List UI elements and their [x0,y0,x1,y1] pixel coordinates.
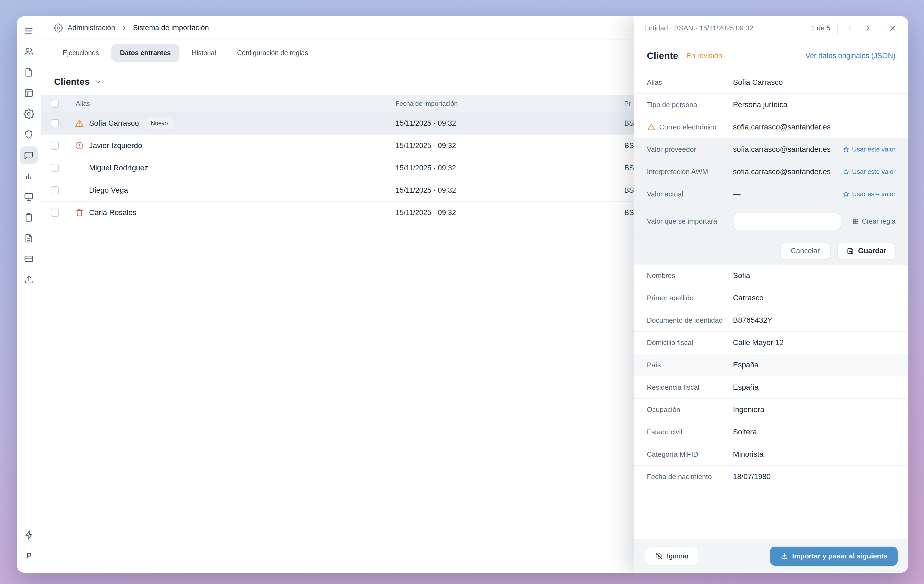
field-row: Fecha de nacimiento 18/07/1980 [634,465,908,488]
field-row: Ocupación Ingeniera [634,399,908,421]
prev-button[interactable] [845,23,855,34]
sidebar-layout-button[interactable] [20,84,38,102]
field-row: Correo electrónico sofia.carrasco@santan… [634,116,908,139]
next-button[interactable] [862,23,873,34]
chevron-left-icon [845,24,855,33]
field-row: Categoría MiFID Minorista [634,443,908,465]
breadcrumb-section[interactable]: Administración [68,24,115,32]
gear-icon [54,23,63,33]
field-value: Persona jurídica [733,101,896,109]
field-value: Sofia Carrasco [733,78,896,87]
field-label: País [647,361,733,369]
close-button[interactable] [888,23,898,34]
credit-card-icon [23,254,34,264]
field-value: España [733,383,896,392]
field-label: Valor que se importará [647,217,733,226]
use-value-button[interactable]: Usar este valor [843,145,896,153]
row-alias: Miguel Rodríguez [89,163,148,172]
error-icon [74,141,84,150]
close-icon [888,24,898,33]
entity-title: Cliente [647,50,678,61]
star-icon [843,168,850,175]
tab-configuracion-reglas[interactable]: Configuración de reglas [228,44,317,62]
cancel-button[interactable]: Cancelar [780,242,831,260]
warning-icon [74,119,84,128]
view-json-link[interactable]: Ver datos originales (JSON) [805,52,896,60]
breadcrumb-page: Sistema de importación [133,24,209,32]
profile-avatar[interactable]: P [20,547,38,565]
use-value-button[interactable]: Usar este valor [843,168,896,175]
select-all-checkbox[interactable] [51,100,59,108]
field-value: 18/07/1980 [733,472,896,481]
download-icon [780,552,789,560]
import-value-input[interactable] [733,213,841,230]
row-checkbox[interactable] [51,209,59,217]
sidebar-file-button[interactable] [20,64,38,81]
sidebar-users-button[interactable] [20,43,38,61]
column-header-alias[interactable]: Alias [76,100,90,107]
sidebar-clipboard-button[interactable] [20,209,38,226]
field-row: Valor proveedor sofia.carrasco@santander… [634,139,908,161]
sidebar-upload-button[interactable] [20,271,38,289]
field-label: Primer apellido [647,294,733,302]
sidebar-zap-button[interactable] [20,526,38,544]
tab-datos-entrantes[interactable]: Datos entrantes [111,44,180,62]
entity-title-row: Cliente En revisión Ver datos originales… [634,40,908,71]
sidebar-chat-button[interactable] [20,147,38,164]
column-header-proveedor[interactable]: Pr [624,100,631,107]
column-header-fecha[interactable]: Fecha de importación [396,100,458,107]
field-label: Nombres [647,272,733,280]
layout-icon [23,88,34,99]
field-row: Nombres Sofia [634,264,908,287]
sidebar-settings-button[interactable] [20,105,38,123]
use-value-button[interactable]: Usar este valor [843,190,896,198]
field-row: País España [634,354,908,376]
row-checkbox[interactable] [51,164,59,172]
tab-ejecuciones[interactable]: Ejecuciones [54,44,107,62]
field-label: Interpretación AWM [647,168,733,176]
chevron-right-icon [119,23,129,33]
sidebar-file-text-button[interactable] [20,229,38,247]
sidebar-credit-card-button[interactable] [20,250,38,268]
save-button[interactable]: Guardar [837,242,896,260]
field-label: Correo electrónico [647,123,733,131]
field-label: Fecha de nacimiento [647,473,733,481]
tab-historial[interactable]: Historial [183,44,225,62]
warning-icon [647,123,655,131]
grid-icon [852,218,859,225]
sidebar-menu-button[interactable] [20,22,38,40]
field-row: Interpretación AWM sofia.carrasco@santan… [634,161,908,183]
field-value: Carrasco [733,294,896,302]
star-icon [843,191,850,198]
field-row: Alias Sofia Carrasco [634,71,908,94]
row-checkbox[interactable] [51,186,59,194]
create-rule-button[interactable]: Crear regla [852,218,896,225]
row-provider: BS [624,119,634,127]
field-value: Ingeniera [733,405,896,414]
detail-panel: Entidad · BSAN · 15/11/2025 09:32 1 de 5… [634,16,908,573]
row-date: 15/11/2025 · 09:32 [396,119,456,127]
field-row: Estado civil Soltera [634,421,908,443]
field-value: Calle Mayor 12 [733,338,896,347]
import-next-button[interactable]: Importar y pasar al siguiente [770,547,898,566]
panel-title: Entidad · BSAN · 15/11/2025 09:32 [644,24,804,32]
trash-icon [74,208,84,218]
field-label: Valor actual [647,190,733,198]
ignore-button[interactable]: Ignorar [645,547,699,566]
row-checkbox[interactable] [51,119,59,127]
sidebar-chart-button[interactable] [20,167,38,185]
row-checkbox[interactable] [51,142,59,150]
shield-icon [23,129,34,140]
row-alias: Carla Rosales [89,208,137,217]
file-text-icon [23,233,34,244]
status-badge: En revisión [686,52,723,60]
field-row: Valor actual — Usar este valor [634,183,908,205]
sidebar-monitor-button[interactable] [20,188,38,206]
chevron-down-icon[interactable] [94,78,102,86]
sidebar-shield-button[interactable] [20,126,38,144]
avatar-initial: P [26,551,31,560]
page-title: Clientes [54,76,90,87]
chevron-right-icon [863,24,872,33]
field-row: Primer apellido Carrasco [634,287,908,309]
monitor-icon [23,191,34,202]
